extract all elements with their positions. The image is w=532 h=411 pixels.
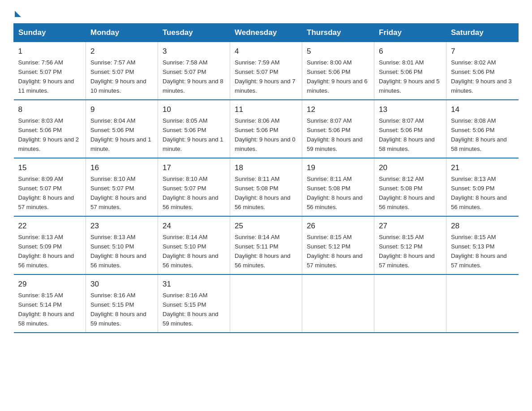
daylight-text: Daylight: 8 hours and 57 minutes.	[379, 253, 435, 269]
sunset-text: Sunset: 5:10 PM	[90, 243, 134, 250]
sunrise-text: Sunrise: 7:57 AM	[90, 59, 135, 66]
sunset-text: Sunset: 5:07 PM	[163, 185, 206, 192]
sunset-text: Sunset: 5:06 PM	[379, 68, 423, 75]
daylight-text: Daylight: 8 hours and 57 minutes.	[451, 253, 507, 269]
calendar-cell: 4Sunrise: 7:59 AMSunset: 5:07 PMDaylight…	[230, 42, 302, 100]
day-number: 14	[451, 104, 514, 116]
sunrise-text: Sunrise: 8:00 AM	[307, 59, 352, 66]
calendar-cell	[302, 274, 374, 333]
sunset-text: Sunset: 5:07 PM	[163, 68, 206, 75]
calendar-cell: 8Sunrise: 8:03 AMSunset: 5:06 PMDaylight…	[14, 100, 86, 158]
daylight-text: Daylight: 8 hours and 57 minutes.	[307, 253, 363, 269]
day-number: 10	[163, 104, 225, 116]
calendar-cell: 30Sunrise: 8:16 AMSunset: 5:15 PMDayligh…	[86, 274, 158, 333]
day-number: 29	[18, 278, 82, 290]
sunset-text: Sunset: 5:13 PM	[451, 243, 495, 250]
day-number: 19	[307, 162, 369, 174]
calendar-week-row: 1Sunrise: 7:56 AMSunset: 5:07 PMDaylight…	[14, 42, 519, 100]
sunset-text: Sunset: 5:06 PM	[307, 127, 351, 133]
header-tuesday: Tuesday	[158, 24, 230, 42]
sunrise-text: Sunrise: 8:07 AM	[379, 117, 424, 124]
calendar-cell: 22Sunrise: 8:13 AMSunset: 5:09 PMDayligh…	[14, 216, 86, 274]
sunset-text: Sunset: 5:07 PM	[18, 185, 62, 192]
sunset-text: Sunset: 5:11 PM	[235, 243, 279, 250]
daylight-text: Daylight: 9 hours and 1 minute.	[163, 136, 223, 152]
sunrise-text: Sunrise: 8:13 AM	[451, 176, 496, 182]
daylight-text: Daylight: 8 hours and 56 minutes.	[163, 253, 219, 269]
sunrise-text: Sunrise: 8:11 AM	[235, 176, 279, 182]
sunrise-text: Sunrise: 8:15 AM	[18, 292, 63, 299]
daylight-text: Daylight: 9 hours and 2 minutes.	[18, 136, 79, 152]
calendar-cell: 26Sunrise: 8:15 AMSunset: 5:12 PMDayligh…	[302, 216, 374, 274]
day-number: 16	[90, 162, 153, 174]
calendar-cell: 24Sunrise: 8:14 AMSunset: 5:10 PMDayligh…	[158, 216, 230, 274]
calendar-cell: 6Sunrise: 8:01 AMSunset: 5:06 PMDaylight…	[374, 42, 446, 100]
day-number: 8	[18, 104, 82, 116]
daylight-text: Daylight: 9 hours and 8 minutes.	[163, 78, 223, 94]
calendar-cell	[446, 274, 519, 333]
calendar-cell: 27Sunrise: 8:15 AMSunset: 5:12 PMDayligh…	[374, 216, 446, 274]
day-number: 22	[18, 220, 82, 232]
daylight-text: Daylight: 9 hours and 3 minutes.	[451, 78, 512, 94]
calendar-week-row: 22Sunrise: 8:13 AMSunset: 5:09 PMDayligh…	[14, 216, 519, 274]
calendar-cell: 16Sunrise: 8:10 AMSunset: 5:07 PMDayligh…	[86, 158, 158, 216]
calendar-cell: 28Sunrise: 8:15 AMSunset: 5:13 PMDayligh…	[446, 216, 519, 274]
calendar-cell	[374, 274, 446, 333]
page-header	[13, 9, 519, 15]
day-number: 24	[163, 220, 225, 232]
sunrise-text: Sunrise: 8:09 AM	[18, 176, 63, 182]
sunrise-text: Sunrise: 8:14 AM	[163, 234, 207, 240]
day-number: 6	[379, 46, 442, 57]
sunrise-text: Sunrise: 7:58 AM	[163, 59, 207, 66]
sunrise-text: Sunrise: 8:13 AM	[90, 234, 135, 240]
sunset-text: Sunset: 5:10 PM	[163, 243, 206, 250]
sunrise-text: Sunrise: 8:16 AM	[163, 292, 207, 299]
calendar-week-row: 29Sunrise: 8:15 AMSunset: 5:14 PMDayligh…	[14, 274, 519, 333]
sunrise-text: Sunrise: 8:11 AM	[307, 176, 352, 182]
daylight-text: Daylight: 9 hours and 5 minutes.	[379, 78, 440, 94]
day-number: 11	[235, 104, 297, 116]
header-thursday: Thursday	[302, 24, 374, 42]
daylight-text: Daylight: 8 hours and 56 minutes.	[379, 194, 435, 210]
calendar-cell: 25Sunrise: 8:14 AMSunset: 5:11 PMDayligh…	[230, 216, 302, 274]
calendar-header-row: SundayMondayTuesdayWednesdayThursdayFrid…	[14, 24, 519, 42]
day-number: 17	[163, 162, 225, 174]
daylight-text: Daylight: 9 hours and 6 minutes.	[307, 78, 368, 94]
daylight-text: Daylight: 8 hours and 57 minutes.	[90, 194, 146, 210]
daylight-text: Daylight: 8 hours and 56 minutes.	[307, 194, 363, 210]
daylight-text: Daylight: 8 hours and 58 minutes.	[379, 136, 435, 152]
calendar-cell: 5Sunrise: 8:00 AMSunset: 5:06 PMDaylight…	[302, 42, 374, 100]
sunrise-text: Sunrise: 8:03 AM	[18, 117, 63, 124]
sunrise-text: Sunrise: 8:10 AM	[90, 176, 135, 182]
sunrise-text: Sunrise: 8:13 AM	[18, 234, 63, 240]
sunset-text: Sunset: 5:15 PM	[163, 301, 206, 308]
sunset-text: Sunset: 5:12 PM	[379, 243, 423, 250]
daylight-text: Daylight: 8 hours and 56 minutes.	[18, 253, 74, 269]
day-number: 20	[379, 162, 442, 174]
day-number: 4	[235, 46, 297, 57]
calendar-cell: 2Sunrise: 7:57 AMSunset: 5:07 PMDaylight…	[86, 42, 158, 100]
sunrise-text: Sunrise: 8:10 AM	[163, 176, 207, 182]
calendar-cell: 20Sunrise: 8:12 AMSunset: 5:08 PMDayligh…	[374, 158, 446, 216]
day-number: 28	[451, 220, 514, 232]
day-number: 3	[163, 46, 225, 57]
calendar-cell: 1Sunrise: 7:56 AMSunset: 5:07 PMDaylight…	[14, 42, 86, 100]
daylight-text: Daylight: 8 hours and 59 minutes.	[307, 136, 363, 152]
daylight-text: Daylight: 9 hours and 7 minutes.	[235, 78, 296, 94]
calendar-cell: 31Sunrise: 8:16 AMSunset: 5:15 PMDayligh…	[158, 274, 230, 333]
logo-arrow-icon	[15, 11, 21, 17]
sunset-text: Sunset: 5:09 PM	[18, 243, 62, 250]
sunrise-text: Sunrise: 8:14 AM	[235, 234, 279, 240]
sunset-text: Sunset: 5:12 PM	[307, 243, 351, 250]
header-sunday: Sunday	[14, 24, 86, 42]
calendar-table: SundayMondayTuesdayWednesdayThursdayFrid…	[13, 23, 519, 333]
sunrise-text: Sunrise: 8:08 AM	[451, 117, 496, 124]
daylight-text: Daylight: 8 hours and 56 minutes.	[235, 253, 291, 269]
sunset-text: Sunset: 5:07 PM	[90, 185, 134, 192]
calendar-cell: 29Sunrise: 8:15 AMSunset: 5:14 PMDayligh…	[14, 274, 86, 333]
daylight-text: Daylight: 8 hours and 57 minutes.	[18, 194, 74, 210]
daylight-text: Daylight: 8 hours and 58 minutes.	[18, 311, 74, 327]
sunset-text: Sunset: 5:08 PM	[235, 185, 279, 192]
calendar-cell: 15Sunrise: 8:09 AMSunset: 5:07 PMDayligh…	[14, 158, 86, 216]
calendar-cell: 10Sunrise: 8:05 AMSunset: 5:06 PMDayligh…	[158, 100, 230, 158]
